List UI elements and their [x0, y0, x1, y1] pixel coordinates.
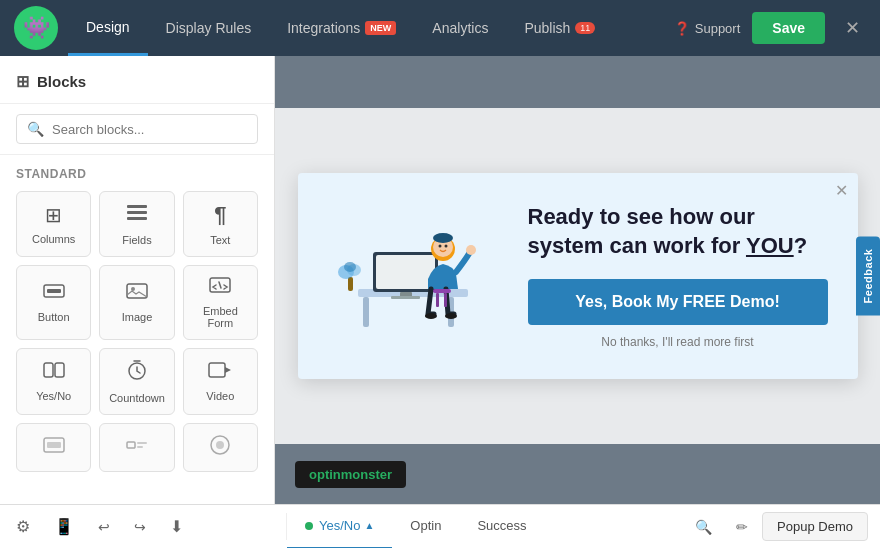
svg-rect-39: [436, 293, 439, 307]
mobile-icon[interactable]: 📱: [50, 513, 78, 540]
svg-rect-23: [376, 255, 435, 289]
yes-no-icon: [43, 361, 65, 384]
image-icon: [126, 282, 148, 305]
block-extra-3[interactable]: [183, 423, 258, 472]
popup: ✕: [298, 173, 858, 378]
search-container: 🔍: [0, 104, 274, 155]
svg-rect-13: [47, 442, 61, 448]
feedback-tab[interactable]: Feedback: [856, 237, 880, 316]
video-icon: [208, 361, 232, 384]
svg-rect-25: [391, 296, 420, 299]
header-right: ❓ Support Save ✕: [674, 12, 868, 44]
svg-rect-14: [127, 442, 135, 448]
block-columns-label: Columns: [32, 233, 75, 245]
svg-rect-26: [348, 277, 353, 291]
blocks-list: Standard ⊞ Columns Fields: [0, 155, 274, 504]
block-video-label: Video: [206, 390, 234, 402]
canvas-top-bar: [275, 56, 880, 108]
nav-publish[interactable]: Publish 11: [506, 0, 613, 56]
popup-decline-link[interactable]: No thanks, I'll read more first: [528, 335, 828, 349]
svg-rect-16: [137, 446, 143, 448]
sidebar-header: ⊞ Blocks: [0, 56, 274, 104]
block-image[interactable]: Image: [99, 265, 174, 340]
settings-icon[interactable]: ⚙: [12, 513, 34, 540]
nav-integrations[interactable]: Integrations NEW: [269, 0, 414, 56]
support-button[interactable]: ❓ Support: [674, 21, 741, 36]
text-icon: ¶: [214, 202, 226, 228]
toolbar-center: Yes/No ▲ Optin Success: [287, 505, 685, 549]
tab-yes-no[interactable]: Yes/No ▲: [287, 505, 392, 549]
fields-icon: [126, 203, 148, 228]
svg-rect-38: [433, 289, 451, 293]
popup-title: Ready to see how our system can work for…: [528, 203, 828, 260]
svg-rect-5: [127, 284, 147, 298]
block-yes-no[interactable]: Yes/No: [16, 348, 91, 415]
block-video[interactable]: Video: [183, 348, 258, 415]
svg-rect-11: [209, 363, 225, 377]
block-embed-form[interactable]: Embed Form: [183, 265, 258, 340]
nav-analytics[interactable]: Analytics: [414, 0, 506, 56]
svg-rect-1: [127, 211, 147, 214]
undo-icon[interactable]: ↩: [94, 515, 114, 539]
svg-point-32: [438, 245, 441, 248]
block-columns[interactable]: ⊞ Columns: [16, 191, 91, 257]
section-label: Standard: [16, 167, 258, 181]
main-nav: Design Display Rules Integrations NEW An…: [68, 0, 674, 56]
svg-point-33: [444, 245, 447, 248]
tab-dot: [305, 522, 313, 530]
extra2-icon: [126, 436, 148, 459]
columns-icon: ⊞: [45, 203, 62, 227]
brand-prefix: optinm: [309, 467, 352, 482]
button-icon: [43, 282, 65, 305]
block-fields[interactable]: Fields: [99, 191, 174, 257]
canvas-content: ✕: [275, 108, 880, 444]
block-fields-label: Fields: [122, 234, 151, 246]
edit-icon[interactable]: ✏: [726, 513, 758, 541]
block-extra-2[interactable]: [99, 423, 174, 472]
nav-design[interactable]: Design: [68, 0, 148, 56]
svg-rect-2: [127, 217, 147, 220]
block-yes-no-label: Yes/No: [36, 390, 71, 402]
sidebar-title: ⊞ Blocks: [16, 72, 258, 91]
tab-optin[interactable]: Optin: [392, 505, 459, 549]
popup-cta-button[interactable]: Yes, Book My FREE Demo!: [528, 279, 828, 325]
new-badge: NEW: [365, 21, 396, 35]
blocks-grid: ⊞ Columns Fields ¶: [16, 191, 258, 472]
chevron-down-icon: ▲: [364, 520, 374, 531]
block-countdown[interactable]: Countdown: [99, 348, 174, 415]
popup-close-button[interactable]: ✕: [835, 181, 848, 200]
svg-point-37: [445, 313, 457, 319]
extra1-icon: [43, 436, 65, 459]
publish-badge: 11: [575, 22, 595, 34]
nav-display-rules[interactable]: Display Rules: [148, 0, 270, 56]
logo-icon: 👾: [14, 6, 58, 50]
popup-text: Ready to see how our system can work for…: [528, 203, 828, 348]
block-button[interactable]: Button: [16, 265, 91, 340]
block-text[interactable]: ¶ Text: [183, 191, 258, 257]
svg-rect-0: [127, 205, 147, 208]
save-button[interactable]: Save: [752, 12, 825, 44]
popup-name-button[interactable]: Popup Demo: [762, 512, 868, 541]
logo: 👾: [12, 4, 60, 52]
svg-rect-4: [47, 289, 61, 293]
sidebar: ⊞ Blocks 🔍 Standard ⊞ Columns: [0, 56, 275, 504]
header: 👾 Design Display Rules Integrations NEW …: [0, 0, 880, 56]
svg-rect-8: [44, 363, 53, 377]
close-button[interactable]: ✕: [837, 13, 868, 43]
popup-body: Ready to see how our system can work for…: [298, 173, 858, 378]
search-wrapper[interactable]: 🔍: [16, 114, 258, 144]
search-icon: 🔍: [27, 121, 44, 137]
download-icon[interactable]: ⬇: [166, 513, 187, 540]
countdown-icon: [126, 359, 148, 386]
tab-success[interactable]: Success: [459, 505, 544, 549]
svg-point-34: [433, 233, 453, 243]
search-input[interactable]: [52, 122, 247, 137]
embed-form-icon: [209, 276, 231, 299]
svg-point-18: [216, 441, 224, 449]
block-extra-1[interactable]: [16, 423, 91, 472]
block-text-label: Text: [210, 234, 230, 246]
svg-rect-20: [363, 297, 369, 327]
search-toolbar-icon[interactable]: 🔍: [685, 513, 722, 541]
redo-icon[interactable]: ↪: [130, 515, 150, 539]
toolbar-left: ⚙ 📱 ↩ ↪ ⬇: [12, 513, 287, 540]
